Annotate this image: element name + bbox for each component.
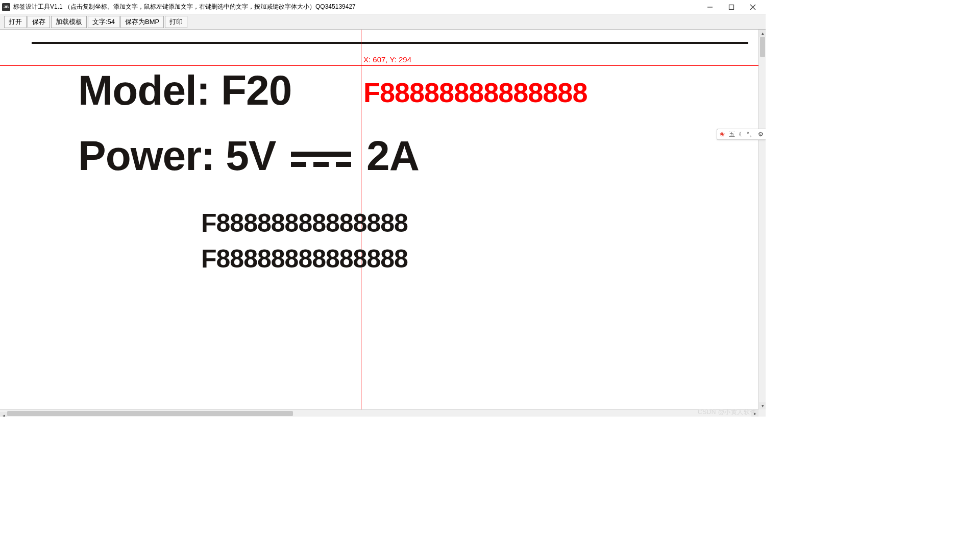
minimize-button[interactable] — [699, 0, 721, 14]
scroll-corner — [758, 409, 766, 417]
window-title: 标签设计工具V1.1 （点击复制坐标。添加文字，鼠标左键添加文字，右键删选中的文… — [13, 3, 356, 11]
horizontal-scroll-thumb[interactable] — [7, 411, 293, 416]
toolbar: 打开 保存 加载模板 文字:54 保存为BMP 打印 — [0, 14, 766, 30]
ime-moon-icon[interactable]: ☾ — [738, 131, 746, 138]
work-area: X: 607, Y: 294 Model: F20 Power: 5V 2A F… — [0, 30, 766, 409]
text-power-suffix: 2A — [366, 132, 419, 179]
design-canvas[interactable]: X: 607, Y: 294 Model: F20 Power: 5V 2A F… — [0, 30, 758, 409]
crosshair-horizontal — [0, 65, 758, 66]
window-titlebar: JB 标签设计工具V1.1 （点击复制坐标。添加文字，鼠标左键添加文字，右键删选… — [0, 0, 766, 14]
vertical-scrollbar[interactable]: ▴ ▾ — [758, 30, 766, 409]
close-icon — [750, 4, 756, 10]
scroll-left-arrow-icon[interactable]: ◂ — [0, 412, 7, 417]
svg-rect-1 — [729, 5, 734, 9]
maximize-icon — [728, 4, 734, 10]
close-button[interactable] — [742, 0, 764, 14]
app-icon: JB — [2, 3, 10, 11]
horizontal-scrollbar[interactable]: ◂ ▸ — [0, 409, 758, 417]
watermark-text: CSDN @小黄人软件 — [698, 408, 756, 417]
load-template-button[interactable]: 加载模板 — [51, 16, 87, 28]
text-serial-2[interactable]: F88888888888888 — [201, 244, 408, 274]
ime-logo-icon: ❀ — [718, 131, 726, 138]
font-size-button[interactable]: 文字:54 — [88, 16, 119, 28]
minimize-icon — [707, 4, 713, 10]
text-selected-serial[interactable]: F88888888888888 — [363, 77, 587, 108]
maximize-button[interactable] — [721, 0, 742, 14]
text-power[interactable]: Power: 5V 2A — [78, 132, 419, 180]
print-button[interactable]: 打印 — [165, 16, 187, 28]
open-button[interactable]: 打开 — [4, 16, 27, 28]
dc-symbol-icon — [291, 152, 351, 167]
text-power-prefix: Power: 5V — [78, 132, 276, 179]
ime-panel[interactable]: ❀ 五 ☾ °。 ⚙ — [717, 129, 766, 140]
label-top-border — [32, 42, 748, 44]
scroll-down-arrow-icon[interactable]: ▾ — [759, 402, 766, 409]
ime-punctuation-icon[interactable]: °。 — [747, 130, 755, 139]
text-serial-1[interactable]: F88888888888888 — [201, 208, 408, 238]
cursor-coordinates: X: 607, Y: 294 — [363, 55, 411, 64]
ime-mode[interactable]: 五 — [728, 130, 736, 139]
save-as-bmp-button[interactable]: 保存为BMP — [120, 16, 164, 28]
ime-settings-icon[interactable]: ⚙ — [757, 131, 765, 138]
text-model[interactable]: Model: F20 — [78, 66, 291, 114]
save-button[interactable]: 保存 — [28, 16, 50, 28]
scroll-up-arrow-icon[interactable]: ▴ — [759, 30, 766, 37]
vertical-scroll-thumb[interactable] — [760, 37, 765, 57]
